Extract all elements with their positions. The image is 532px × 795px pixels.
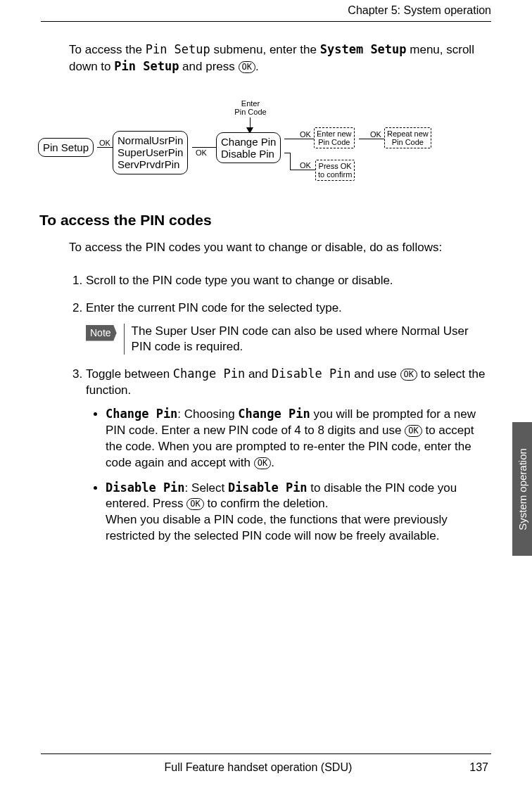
b1f: . xyxy=(271,456,274,469)
intro-t3: submenu, enter the xyxy=(210,43,320,56)
serv-prvdr-pin: ServPrvdrPin xyxy=(118,158,183,170)
ok-label-5: OK xyxy=(300,161,311,170)
enter-new-pin-box: Enter new Pin Code xyxy=(314,127,355,148)
flow-diagram: Enter Pin Code Pin Setup OK NormalUsrPin… xyxy=(34,99,498,191)
step-list: Scroll to the PIN code type you want to … xyxy=(69,273,491,545)
b1b: : Choosing xyxy=(177,407,238,421)
intro-system-setup: System Setup xyxy=(320,42,407,56)
ok-key-icon: OK xyxy=(239,61,255,73)
super-user-pin: SuperUserPin xyxy=(118,146,183,158)
bullet-list: Change Pin: Choosing Change Pin you will… xyxy=(86,406,491,545)
conn-5b xyxy=(290,153,291,170)
ok-key-icon: OK xyxy=(405,425,422,437)
intro-t7: and press xyxy=(179,60,238,73)
normal-usr-pin: NormalUsrPin xyxy=(118,134,183,146)
b2f: When you disable a PIN code, the functio… xyxy=(106,513,448,542)
change-pin-option: Change Pin xyxy=(221,136,276,148)
enter-l1: Enter xyxy=(241,99,260,108)
intro-paragraph: To access the Pin Setup submenu, enter t… xyxy=(69,42,491,75)
enter-l2: Pin Code xyxy=(234,108,266,116)
repeat-new-pin-box: Repeat new Pin Code xyxy=(384,127,431,148)
s3e: and use xyxy=(351,367,400,381)
header-rule xyxy=(41,21,491,22)
s3b: Change Pin xyxy=(173,367,245,381)
ok-label-3: OK xyxy=(300,130,311,139)
ok-key-icon: OK xyxy=(186,498,203,510)
b2a: Disable Pin xyxy=(106,481,185,495)
conn-3a xyxy=(284,139,314,139)
conn-2 xyxy=(192,147,216,148)
ok-label-2: OK xyxy=(196,148,207,157)
footer: . Full Feature handset operation (SDU) 1… xyxy=(41,753,491,774)
bullet-change-pin: Change Pin: Choosing Change Pin you will… xyxy=(106,406,491,471)
b2c: Disable Pin xyxy=(228,481,308,495)
conn-5c xyxy=(290,170,315,170)
enter-new-l2: Pin Code xyxy=(317,138,352,146)
bullet-disable-pin: Disable Pin: Select Disable Pin to disab… xyxy=(106,480,491,545)
s3d: Disable Pin xyxy=(272,367,351,381)
side-tab-label: System operation xyxy=(517,448,528,530)
repeat-new-l2: Pin Code xyxy=(387,138,429,146)
disable-pin-option: Disable Pin xyxy=(221,148,276,160)
intro-pin-setup-code: Pin Setup xyxy=(146,42,210,56)
footer-title: Full Feature handset operation (SDU) xyxy=(164,761,352,774)
intro-pin-setup-bold: Pin Setup xyxy=(114,59,179,73)
note-text: The Super User PIN code can also be used… xyxy=(132,324,491,355)
ok-label-4: OK xyxy=(370,130,381,139)
section-heading: To access the PIN codes xyxy=(39,212,491,229)
s3c: and xyxy=(245,367,272,381)
step-3: Toggle between Change Pin and Disable Pi… xyxy=(86,366,491,545)
note-block: Note The Super User PIN code can also be… xyxy=(86,324,491,355)
note-divider xyxy=(124,324,125,355)
section-intro: To access the PIN codes you want to chan… xyxy=(69,240,491,256)
step-2-text: Enter the current PIN code for the selec… xyxy=(86,301,342,314)
footer-rule xyxy=(41,753,491,754)
note-tag: Note xyxy=(86,325,117,341)
enter-pincode-label: Enter Pin Code xyxy=(229,99,272,116)
b2e: to confirm the deletion. xyxy=(204,497,329,510)
page-number: 137 xyxy=(469,761,488,774)
pin-types-box: NormalUsrPin SuperUserPin ServPrvdrPin xyxy=(113,131,188,174)
press-ok-l2: to confirm xyxy=(318,170,352,179)
intro-t1: To access the xyxy=(69,43,146,56)
conn-5a xyxy=(284,153,290,153)
side-tab: System operation xyxy=(512,422,532,556)
s3a: Toggle between xyxy=(86,367,173,381)
press-ok-l1: Press OK xyxy=(318,162,352,170)
change-disable-box: Change Pin Disable Pin xyxy=(216,132,281,164)
step-1: Scroll to the PIN code type you want to … xyxy=(86,273,491,289)
ok-key-icon: OK xyxy=(254,457,271,469)
step-2: Enter the current PIN code for the selec… xyxy=(86,300,491,355)
ok-key-icon: OK xyxy=(400,369,417,381)
chapter-header: Chapter 5: System operation xyxy=(41,0,491,17)
pin-setup-box: Pin Setup xyxy=(38,138,94,157)
b2b: : Select xyxy=(185,481,228,495)
ok-label-1: OK xyxy=(99,139,110,147)
conn-4 xyxy=(359,139,384,139)
enter-new-l1: Enter new xyxy=(317,129,352,138)
b1a: Change Pin xyxy=(106,407,177,421)
press-ok-confirm-box: Press OK to confirm xyxy=(315,160,355,181)
repeat-new-l1: Repeat new xyxy=(387,129,429,138)
b1c: Change Pin xyxy=(238,407,310,421)
conn-1 xyxy=(97,147,113,148)
